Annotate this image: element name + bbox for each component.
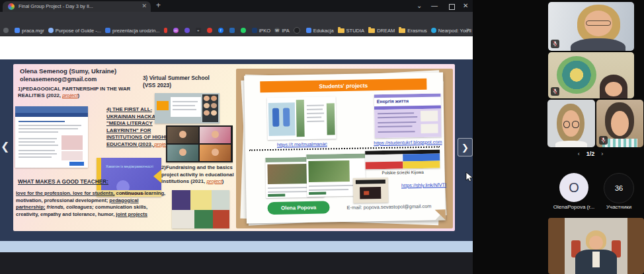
projects-banner: Students' projects bbox=[260, 79, 426, 92]
folder-icon bbox=[399, 28, 405, 33]
facebook-icon: f bbox=[218, 28, 223, 33]
collage-screenshot bbox=[172, 190, 229, 228]
muted-mic-icon bbox=[551, 87, 559, 96]
page-corner-fold bbox=[435, 209, 446, 220]
blog-link[interactable]: https://studentukrf.blogspot.com bbox=[363, 139, 453, 146]
slides-icon bbox=[105, 28, 110, 33]
participant-video[interactable] bbox=[548, 2, 634, 51]
youtube-icon bbox=[207, 28, 212, 33]
pager-next-icon[interactable]: › bbox=[601, 151, 603, 157]
window-maximize-button[interactable] bbox=[449, 4, 455, 10]
plus-bookmark-icon: + bbox=[196, 28, 201, 33]
bookmark-item[interactable]: prezentacja urodzin... bbox=[105, 28, 160, 34]
bookmark-item[interactable]: WIPA bbox=[274, 28, 290, 34]
flags-screenshot bbox=[365, 149, 440, 169]
shly-link[interactable]: https://shly.link/NfVTt bbox=[395, 182, 452, 188]
browser-toolbar: ← → ⟳ ⌂ app.bookcreator.com /read/librar… bbox=[0, 12, 473, 25]
linkedin-icon bbox=[229, 28, 235, 33]
bookmark-item[interactable] bbox=[241, 28, 248, 33]
glasses bbox=[563, 121, 570, 129]
item1-heading: 1)PEDAGOGICAL PARTNERSHIP IN THE WAR REA… bbox=[18, 86, 155, 99]
bookmark-icon bbox=[184, 28, 190, 33]
bookmark-item[interactable]: m bbox=[173, 28, 181, 33]
tab-close-icon[interactable]: ✕ bbox=[141, 3, 147, 9]
bookmark-icon bbox=[294, 27, 300, 34]
almanac-screenshot bbox=[267, 96, 337, 140]
muted-mic-icon bbox=[551, 40, 559, 48]
participant-name: OlenaPopova (r... bbox=[541, 204, 607, 210]
bookmarks-bar: praca.mgr Purpose of Guide -... prezenta… bbox=[0, 25, 473, 36]
participant-video[interactable] bbox=[596, 100, 643, 147]
presenter-email: olenasemenog@gmail.com bbox=[20, 76, 97, 83]
bookmark-item[interactable] bbox=[164, 28, 169, 33]
flags-caption: Polskie ścieżki Kijowa bbox=[366, 169, 440, 175]
muted-mic-icon bbox=[599, 136, 608, 145]
next-page-arrow[interactable]: ❯ bbox=[458, 138, 473, 156]
bookmark-item[interactable]: + bbox=[196, 28, 203, 33]
taskbar: 13°C Silny deszcz Wyszukaj T ^ ✐ POL bbox=[0, 252, 473, 274]
teacher-paragraph: love for the profession. love for studen… bbox=[16, 190, 167, 219]
bookmark-item[interactable]: STUDIA bbox=[338, 28, 365, 34]
meeting-panel: ‹ 1/2 › O 36 OlenaPopova (r... Участники bbox=[473, 0, 644, 274]
bookmark-item[interactable] bbox=[294, 27, 302, 34]
bookmark-item[interactable]: praca.mgr bbox=[15, 28, 44, 34]
bookmark-item[interactable]: Edukacja bbox=[306, 28, 334, 34]
folder-icon bbox=[338, 28, 344, 33]
messenger-icon: m bbox=[173, 28, 179, 33]
glasses bbox=[586, 20, 611, 26]
bookmark-item[interactable]: Erasmus bbox=[399, 28, 427, 34]
monitor-icon bbox=[306, 28, 311, 33]
olena-popova-button[interactable]: Olena Popova bbox=[267, 201, 329, 215]
bookmark-item[interactable] bbox=[207, 28, 214, 33]
presenter-name: Olena Semenog (Sumy, Ukraine) bbox=[20, 67, 116, 75]
website-screenshot bbox=[15, 106, 88, 168]
bookmark-item[interactable] bbox=[3, 28, 11, 33]
bookcreator-header: ‹ Edit Final Group Project - Day 3 by Bu… bbox=[0, 36, 473, 60]
gallery-pager: ‹ 1/2 › bbox=[547, 151, 633, 157]
document-icon bbox=[15, 28, 20, 33]
participant-video[interactable] bbox=[547, 100, 595, 147]
pager-prev-icon[interactable]: ‹ bbox=[578, 151, 580, 157]
screen: Final Group Project - Day 3 by Il... ✕ +… bbox=[0, 0, 644, 274]
nearpod-icon bbox=[431, 28, 436, 33]
participant-avatar[interactable]: O bbox=[559, 173, 588, 202]
projects-board: Students' projects bbox=[236, 69, 453, 228]
tab-title: Final Group Project - Day 3 by Il... bbox=[19, 3, 136, 9]
bookmark-icon bbox=[3, 28, 9, 33]
tab-strip: Final Group Project - Day 3 by Il... ✕ +… bbox=[0, 0, 473, 12]
item2-project-link[interactable]: project bbox=[206, 178, 221, 184]
cloud-icon bbox=[48, 28, 54, 33]
bookmarks-overflow-icon[interactable]: » bbox=[466, 26, 469, 33]
bookmark-item[interactable] bbox=[229, 28, 237, 33]
window-close-button[interactable]: ✕ bbox=[463, 2, 468, 9]
participant-video[interactable] bbox=[548, 218, 644, 274]
item2-heading: 2)Fundraising and the basics project act… bbox=[161, 164, 241, 186]
pager-label: 1/2 bbox=[586, 151, 595, 157]
bookmark-item[interactable]: DREAM bbox=[368, 28, 395, 34]
browser-tab[interactable]: Final Group Project - Day 3 by Il... ✕ bbox=[3, 1, 151, 12]
folder-icon bbox=[368, 28, 375, 33]
bookmark-item[interactable]: Purpose of Guide -... bbox=[48, 28, 101, 34]
window-minimize-button[interactable]: — bbox=[431, 2, 438, 9]
bookmark-item[interactable] bbox=[184, 28, 192, 33]
item3-heading: 3) Virtual Summer School (VSS 2023) bbox=[143, 75, 223, 89]
poster-title: Хакатон із медіаграмотності bbox=[106, 164, 157, 169]
previous-page-arrow[interactable]: ❮ bbox=[1, 140, 9, 153]
participant-video[interactable] bbox=[548, 52, 634, 98]
sunflower-plate bbox=[557, 56, 596, 94]
blog-screenshot: Енергія життя bbox=[374, 93, 442, 138]
book-page: Olena Semenog (Sumy, Ukraine) olenasemen… bbox=[13, 64, 455, 231]
glasses bbox=[572, 121, 579, 129]
participants-count-avatar[interactable]: 36 bbox=[604, 173, 634, 203]
small-screenshot bbox=[353, 178, 389, 203]
bookmark-item[interactable]: iPKO bbox=[252, 28, 271, 34]
bookmark-item[interactable]: f bbox=[218, 28, 225, 33]
browser-window: Final Group Project - Day 3 by Il... ✕ +… bbox=[0, 0, 473, 252]
vss-screenshot bbox=[155, 93, 220, 123]
teacher-heading: WHAT MAKES A GOOD TEACHER: bbox=[18, 178, 108, 185]
item1-project-link[interactable]: project bbox=[62, 92, 77, 98]
tab-search-icon[interactable]: ⌄ bbox=[417, 2, 422, 9]
almanac-link[interactable]: https://t.me/tnualmanac bbox=[261, 141, 343, 148]
new-tab-button[interactable]: + bbox=[156, 1, 161, 10]
bookcreator-favicon-icon bbox=[8, 3, 15, 10]
